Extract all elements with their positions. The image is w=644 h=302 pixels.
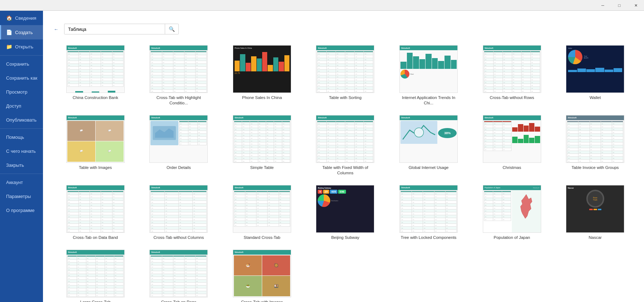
template-item-global-internet[interactable]: Stimulsoft38%Global Internet Usage xyxy=(387,112,470,181)
template-item-beijing-subway[interactable]: Beijing Subway525405696DistributionBeiji… xyxy=(304,181,387,246)
template-thumb-internet-trends: StimulsoftChart xyxy=(399,45,458,93)
sidebar-label-help: Помощь xyxy=(6,135,24,140)
main-content: ← 🔍 Stimulsoft——————————————————————————… xyxy=(43,11,644,302)
sidebar-item-save[interactable]: Сохранить xyxy=(0,57,43,71)
template-item-population-japan[interactable]: Population of JapanStimulsoft———————————… xyxy=(470,181,554,246)
template-thumb-large-cross-tab: Stimulsoft——————————————————————————————… xyxy=(66,250,125,297)
template-name-large-cross-tab: Large Cross-Tab xyxy=(80,299,111,302)
sidebar: 🏠 Сведения 📄 Создать 📁 Открыть Сохранить… xyxy=(0,11,43,302)
template-name-cross-tab-no-rows: Cross-Tab without Rows xyxy=(490,95,534,100)
template-thumb-beijing-subway: Beijing Subway525405696Distribution xyxy=(316,185,374,233)
sidebar-label-settings: Параметры xyxy=(6,194,31,199)
sidebar-item-publish[interactable]: Опубликовать xyxy=(0,113,43,127)
back-link[interactable]: ← xyxy=(54,27,60,32)
template-thumb-wallet: WalletTotal$9,876 xyxy=(566,45,624,93)
sidebar-label-start: С чего начать xyxy=(6,148,36,154)
sidebar-item-start[interactable]: С чего начать xyxy=(0,144,43,158)
window-controls: ─ □ ✕ xyxy=(595,0,644,11)
toolbar: ← 🔍 xyxy=(54,24,633,34)
template-item-large-cross-tab[interactable]: Stimulsoft——————————————————————————————… xyxy=(54,246,137,302)
template-thumb-china-construction-bank: Stimulsoft——————————————————————————————… xyxy=(66,45,125,93)
search-button[interactable]: 🔍 xyxy=(165,24,178,34)
sidebar-item-access[interactable]: Доступ xyxy=(0,99,43,113)
sidebar-item-help[interactable]: Помощь xyxy=(0,130,43,144)
title-bar: ─ □ ✕ xyxy=(0,0,644,11)
page-header: ← 🔍 xyxy=(43,11,644,42)
template-item-cross-tab-page[interactable]: Stimulsoft——————————————————————————————… xyxy=(137,246,221,302)
template-item-standard-cross-tab[interactable]: Stimulsoft——————————————————————————————… xyxy=(220,181,304,246)
template-thumb-standard-cross-tab: Stimulsoft——————————————————————————————… xyxy=(233,185,291,233)
template-item-cross-tab-images[interactable]: Stimulsoft🍜🥘🥗🍱Cross-Tab with Images xyxy=(220,246,304,302)
maximize-button[interactable]: □ xyxy=(611,0,628,11)
template-thumb-christmas: Stimulsoft—————————————————————————————— xyxy=(483,115,541,163)
sidebar-label-open: Открыть xyxy=(15,44,33,49)
search-box: 🔍 xyxy=(64,24,179,34)
app-body: 🏠 Сведения 📄 Создать 📁 Открыть Сохранить… xyxy=(0,11,644,302)
template-thumb-table-invoice: Stimulsoft——————————————————————————————… xyxy=(566,115,624,163)
minimize-button[interactable]: ─ xyxy=(595,0,611,11)
template-thumb-table-images: Stimulsoft🏳️🏳️🏳️🏳️ xyxy=(66,115,125,163)
template-name-tree-locked: Tree with Locked Components xyxy=(401,235,457,240)
template-item-fixed-width[interactable]: Stimulsoft——————————————————————————————… xyxy=(304,112,387,181)
template-thumb-simple-table: Stimulsoft——————————————————————————————… xyxy=(233,115,291,163)
sidebar-item-create[interactable]: 📄 Создать xyxy=(0,25,43,39)
templates-grid: Stimulsoft——————————————————————————————… xyxy=(54,42,637,302)
template-item-table-sorting[interactable]: Stimulsoft——————————————————————————————… xyxy=(304,42,387,112)
template-item-cross-tab-no-rows[interactable]: Stimulsoft——————————————————————————————… xyxy=(470,42,554,112)
template-name-cross-tab-no-cols: Cross-Tab without Columns xyxy=(154,235,204,240)
sidebar-item-info[interactable]: 🏠 Сведения xyxy=(0,11,43,25)
template-item-cross-tab-band[interactable]: Stimulsoft——————————————————————————————… xyxy=(54,181,137,246)
sidebar-label-account: Аккаунт xyxy=(6,180,23,185)
template-thumb-cross-tab-highlight: Stimulsoft——————————————————————————————… xyxy=(149,45,208,93)
template-thumb-cross-tab-page: Stimulsoft——————————————————————————————… xyxy=(149,250,208,297)
sidebar-label-save: Сохранить xyxy=(6,61,29,67)
sidebar-label-close: Закрыть xyxy=(6,162,24,168)
template-item-cross-tab-no-cols[interactable]: Stimulsoft——————————————————————————————… xyxy=(137,181,221,246)
template-item-nascar[interactable]: NascarRaceTrackNascar xyxy=(553,181,637,246)
template-name-cross-tab-page: Cross-Tab on Page xyxy=(161,299,196,302)
template-name-table-invoice: Table Invoice with Groups xyxy=(572,165,619,170)
template-name-table-sorting: Table with Sorting xyxy=(329,95,362,100)
sidebar-divider-3 xyxy=(0,174,43,174)
template-item-wallet[interactable]: WalletTotal$9,876Wallet xyxy=(553,42,637,112)
template-item-cross-tab-highlight[interactable]: Stimulsoft——————————————————————————————… xyxy=(137,42,221,112)
template-item-tree-locked[interactable]: Stimulsoft——————————————————————————————… xyxy=(387,181,470,246)
sidebar-item-settings[interactable]: Параметры xyxy=(0,189,43,203)
template-item-china-construction-bank[interactable]: Stimulsoft——————————————————————————————… xyxy=(54,42,137,112)
template-name-population-japan: Population of Japan xyxy=(494,235,530,240)
sidebar-item-preview[interactable]: Просмотр xyxy=(0,85,43,99)
template-item-order-details[interactable]: Stimulsoft————————————————————————Order … xyxy=(137,112,221,181)
sidebar-label-preview: Просмотр xyxy=(6,89,27,95)
template-item-christmas[interactable]: Stimulsoft——————————————————————————————… xyxy=(470,112,554,181)
template-thumb-global-internet: Stimulsoft38% xyxy=(399,115,458,163)
template-item-table-invoice[interactable]: Stimulsoft——————————————————————————————… xyxy=(553,112,637,181)
search-input[interactable] xyxy=(64,24,165,34)
template-item-simple-table[interactable]: Stimulsoft——————————————————————————————… xyxy=(220,112,304,181)
template-item-table-images[interactable]: Stimulsoft🏳️🏳️🏳️🏳️Table with Images xyxy=(54,112,137,181)
sidebar-item-open[interactable]: 📁 Открыть xyxy=(0,39,43,54)
template-thumb-order-details: Stimulsoft———————————————————————— xyxy=(149,115,208,163)
template-item-phone-sales-china[interactable]: Phone Sales In China22.75Phone Sales In … xyxy=(220,42,304,112)
template-thumb-table-sorting: Stimulsoft——————————————————————————————… xyxy=(316,45,374,93)
template-item-internet-trends[interactable]: StimulsoftChartInternet Application Tren… xyxy=(387,42,470,112)
template-thumb-cross-tab-no-cols: Stimulsoft——————————————————————————————… xyxy=(149,185,208,233)
sidebar-item-account[interactable]: Аккаунт xyxy=(0,175,43,189)
template-thumb-phone-sales-china: Phone Sales In China22.75 xyxy=(233,45,291,93)
sidebar-label-saveas: Сохранить как xyxy=(6,75,37,81)
template-name-beijing-subway: Beijing Subway xyxy=(331,235,360,240)
sidebar-item-saveas[interactable]: Сохранить как xyxy=(0,71,43,85)
close-button[interactable]: ✕ xyxy=(628,0,644,11)
template-thumb-cross-tab-band: Stimulsoft——————————————————————————————… xyxy=(66,185,125,233)
back-arrow-icon: ← xyxy=(54,27,58,32)
template-name-global-internet: Global Internet Usage xyxy=(409,165,449,170)
sidebar-item-close[interactable]: Закрыть xyxy=(0,158,43,172)
svg-point-2 xyxy=(414,128,424,137)
template-thumb-nascar: NascarRaceTrack xyxy=(566,185,624,233)
sidebar-label-publish: Опубликовать xyxy=(6,117,37,123)
template-name-simple-table: Simple Table xyxy=(250,165,274,170)
template-name-china-construction-bank: China Construction Bank xyxy=(73,95,118,100)
templates-area: Stimulsoft——————————————————————————————… xyxy=(43,42,644,302)
sidebar-item-about[interactable]: О программе xyxy=(0,203,43,217)
template-name-fixed-width: Table with Fixed Width of Columns xyxy=(317,165,374,176)
sidebar-label-info: Сведения xyxy=(15,15,36,21)
